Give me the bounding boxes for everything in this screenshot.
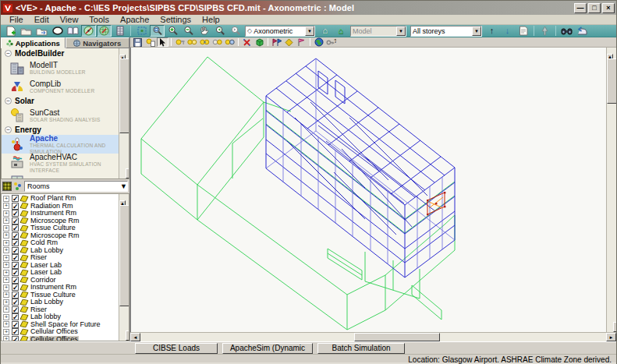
assign-group-button[interactable] bbox=[199, 37, 211, 47]
zoom-in-button[interactable] bbox=[165, 25, 180, 37]
room-checkbox[interactable]: ✓ bbox=[12, 195, 19, 202]
room-group-button[interactable] bbox=[186, 37, 198, 47]
room-checkbox[interactable]: ✓ bbox=[12, 277, 19, 284]
room-checkbox[interactable]: ✓ bbox=[12, 217, 19, 224]
model-cube-button[interactable] bbox=[254, 37, 265, 47]
expand-icon[interactable]: + bbox=[3, 329, 9, 335]
app-apache[interactable]: Apache THERMAL CALCULATION AND SIMULATIO… bbox=[2, 135, 119, 154]
copy-attributes-button[interactable] bbox=[144, 37, 156, 47]
expand-icon[interactable]: + bbox=[3, 270, 9, 276]
cibse-loads-button[interactable]: CIBSE Loads bbox=[135, 343, 218, 354]
apachesim-button[interactable]: ApacheSim (Dynamic Simulation) bbox=[222, 343, 313, 354]
room-checkbox[interactable]: ✓ bbox=[12, 269, 19, 276]
next-view-button[interactable] bbox=[228, 25, 243, 37]
open-folder-button[interactable] bbox=[19, 25, 34, 37]
app-modelit[interactable]: ModelIT BUILDING MODELLER bbox=[2, 58, 119, 77]
expand-icon[interactable]: + bbox=[3, 240, 9, 246]
record-oval-button[interactable] bbox=[50, 25, 65, 37]
expand-icon[interactable]: + bbox=[3, 247, 9, 253]
chevron-down-icon[interactable]: ▼ bbox=[120, 182, 127, 190]
applications-scrollbar[interactable]: ▲ ▼ bbox=[119, 48, 129, 178]
viewport-horizontal-scrollbar[interactable]: ◄ ► bbox=[130, 332, 616, 341]
app-apachehvac[interactable]: ApacheHVAC HVAC SYSTEM SIMULATION INTERF… bbox=[2, 154, 119, 172]
menu-tools[interactable]: Tools bbox=[83, 15, 115, 24]
rooms-scrollbar[interactable]: ▲ ▼ bbox=[119, 194, 129, 341]
compass-grid-button[interactable] bbox=[97, 25, 112, 37]
room-row[interactable]: +✓Laser Lab bbox=[3, 269, 119, 277]
home-model-button[interactable]: ⌂ bbox=[333, 25, 348, 37]
save-folder-button[interactable] bbox=[34, 25, 49, 37]
room-checkbox[interactable]: ✓ bbox=[12, 239, 19, 246]
zoom-extents-button[interactable] bbox=[134, 25, 149, 37]
room-checkbox[interactable]: ✓ bbox=[12, 306, 19, 313]
model-viewport[interactable]: ▲ ▼ bbox=[130, 48, 616, 332]
menu-settings[interactable]: Settings bbox=[154, 15, 197, 24]
room-checkbox[interactable]: ✓ bbox=[12, 210, 19, 217]
room-row[interactable]: +✓Microscope Rm bbox=[3, 232, 119, 240]
menu-file[interactable]: File bbox=[4, 15, 29, 24]
expand-icon[interactable]: + bbox=[3, 314, 9, 320]
viewport-vertical-scrollbar[interactable]: ▲ ▼ bbox=[606, 48, 616, 332]
menu-help[interactable]: Help bbox=[197, 15, 225, 24]
expand-icon[interactable]: + bbox=[3, 255, 9, 261]
clear-selection-button[interactable] bbox=[241, 37, 253, 47]
scrollbar-thumb[interactable] bbox=[119, 205, 129, 306]
scroll-down-icon[interactable]: ▼ bbox=[613, 322, 616, 332]
expand-icon[interactable]: + bbox=[3, 321, 9, 327]
batch-simulation-button[interactable]: Batch Simulation bbox=[317, 343, 405, 354]
expand-icon[interactable]: + bbox=[3, 217, 9, 224]
room-checkbox[interactable]: ✓ bbox=[12, 292, 19, 299]
expand-icon[interactable]: + bbox=[3, 225, 9, 231]
expand-icon[interactable]: + bbox=[3, 196, 9, 202]
tab-navigators[interactable]: Navigators bbox=[66, 37, 130, 48]
expand-icon[interactable]: + bbox=[3, 232, 9, 239]
menu-apache[interactable]: Apache bbox=[115, 15, 154, 24]
room-row[interactable]: +✓Riser bbox=[3, 306, 119, 314]
key-query-button[interactable]: ? bbox=[325, 37, 337, 47]
scroll-down-icon[interactable]: ▼ bbox=[126, 168, 129, 178]
home-view-button[interactable]: ⌂ bbox=[317, 25, 332, 37]
storeys-select[interactable]: All storeys ▼ bbox=[410, 26, 482, 37]
previous-view-button[interactable] bbox=[212, 25, 227, 37]
globe-button[interactable] bbox=[313, 37, 324, 47]
storey-up-button[interactable]: ↑ bbox=[484, 25, 499, 37]
zoom-window-button[interactable] bbox=[150, 25, 165, 37]
expand-icon[interactable]: + bbox=[3, 336, 9, 341]
room-row[interactable]: +✓Lab Lobby bbox=[3, 299, 119, 306]
room-grid-icon[interactable] bbox=[2, 182, 12, 191]
room-checkbox[interactable]: ✓ bbox=[12, 247, 19, 254]
expand-icon[interactable]: + bbox=[3, 292, 9, 298]
menu-edit[interactable]: Edit bbox=[29, 15, 55, 24]
room-checkbox[interactable]: ✓ bbox=[12, 328, 19, 335]
storey-down-button[interactable]: ↓ bbox=[500, 25, 515, 37]
compass-plan-button[interactable] bbox=[81, 25, 96, 37]
profile-tags-button[interactable] bbox=[271, 37, 282, 47]
edit-attributes-button[interactable] bbox=[211, 37, 223, 47]
expand-icon[interactable]: + bbox=[3, 306, 9, 313]
save-button[interactable] bbox=[132, 37, 144, 47]
expand-icon[interactable]: + bbox=[3, 299, 9, 306]
flag-button[interactable] bbox=[296, 37, 307, 47]
room-checkbox[interactable]: ✓ bbox=[12, 299, 19, 306]
room-checkbox[interactable]: ✓ bbox=[12, 336, 19, 341]
room-checkbox[interactable]: ✓ bbox=[12, 321, 19, 328]
rooms-filter-select[interactable]: Rooms ▼ bbox=[24, 181, 128, 192]
expand-icon[interactable]: + bbox=[3, 262, 9, 268]
room-checkbox[interactable]: ✓ bbox=[12, 224, 19, 231]
room-checkbox[interactable]: ✓ bbox=[12, 262, 19, 269]
scrollbar-thumb[interactable] bbox=[607, 58, 616, 104]
expand-icon[interactable]: + bbox=[3, 277, 9, 283]
scroll-down-icon[interactable]: ▼ bbox=[126, 330, 129, 341]
zoom-out-button[interactable] bbox=[181, 25, 196, 37]
room-row[interactable]: +✓Lab Lobby bbox=[3, 247, 119, 255]
room-attributes-button[interactable] bbox=[174, 37, 186, 47]
room-checkbox[interactable]: ✓ bbox=[12, 203, 19, 210]
restore-button[interactable]: □ bbox=[588, 3, 601, 13]
room-checkbox[interactable]: ✓ bbox=[12, 254, 19, 261]
tab-applications[interactable]: Applications bbox=[1, 37, 66, 48]
apply-attributes-button[interactable] bbox=[224, 37, 236, 47]
room-checkbox[interactable]: ✓ bbox=[12, 232, 19, 239]
expand-icon[interactable]: + bbox=[3, 203, 9, 209]
pan-hand-button[interactable] bbox=[197, 25, 211, 37]
expand-icon[interactable]: + bbox=[3, 210, 9, 217]
